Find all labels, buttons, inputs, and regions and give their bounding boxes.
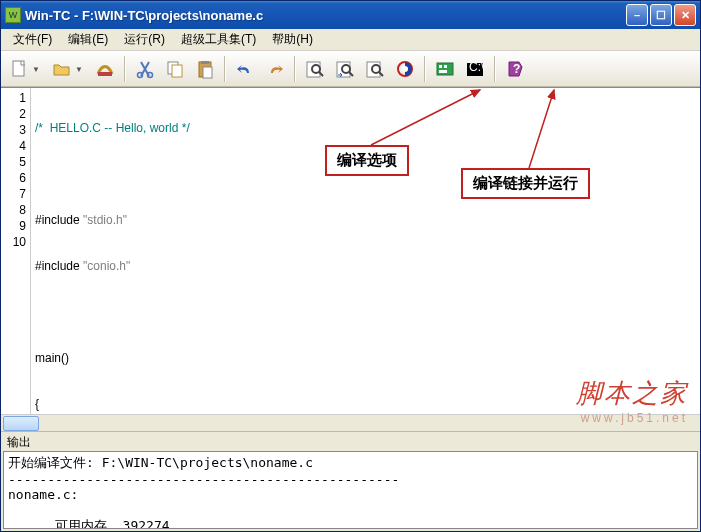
separator bbox=[124, 56, 126, 82]
svg-rect-19 bbox=[444, 65, 447, 68]
line-number: 4 bbox=[1, 138, 26, 154]
new-button[interactable] bbox=[5, 55, 33, 83]
dropdown-icon[interactable]: ▼ bbox=[32, 65, 42, 74]
editor-area: 1 2 3 4 5 6 7 8 9 10 /* HELLO.C -- Hello… bbox=[1, 87, 700, 414]
output-panel[interactable]: 开始编译文件: F:\WIN-TC\projects\noname.c ----… bbox=[3, 451, 698, 529]
dropdown-icon[interactable]: ▼ bbox=[75, 65, 85, 74]
code-text: "stdio.h" bbox=[83, 213, 127, 227]
separator bbox=[494, 56, 496, 82]
svg-rect-20 bbox=[439, 70, 447, 73]
replace-button[interactable] bbox=[361, 55, 389, 83]
code-text: { bbox=[35, 397, 39, 411]
menu-bar: 文件(F) 编辑(E) 运行(R) 超级工具集(T) 帮助(H) bbox=[1, 29, 700, 51]
redo-button[interactable] bbox=[261, 55, 289, 83]
svg-rect-13 bbox=[367, 62, 380, 77]
paste-button[interactable] bbox=[191, 55, 219, 83]
title-bar[interactable]: W Win-TC - F:\WIN-TC\projects\noname.c –… bbox=[1, 1, 700, 29]
separator bbox=[424, 56, 426, 82]
svg-rect-1 bbox=[98, 72, 112, 76]
app-window: W Win-TC - F:\WIN-TC\projects\noname.c –… bbox=[0, 0, 701, 532]
findnext-button[interactable] bbox=[331, 55, 359, 83]
code-text: main() bbox=[35, 351, 69, 365]
scrollbar-thumb[interactable] bbox=[3, 416, 39, 431]
callout-compile-options: 编译选项 bbox=[325, 145, 409, 176]
svg-rect-7 bbox=[201, 61, 209, 64]
horizontal-scrollbar[interactable] bbox=[1, 414, 700, 431]
svg-rect-9 bbox=[307, 62, 320, 77]
code-text: #include bbox=[35, 259, 83, 273]
code-text: "conio.h" bbox=[83, 259, 130, 273]
code-editor[interactable]: /* HELLO.C -- Hello, world */ #include "… bbox=[31, 88, 700, 414]
line-number: 5 bbox=[1, 154, 26, 170]
output-panel-label: 输出 bbox=[1, 431, 700, 451]
menu-tools[interactable]: 超级工具集(T) bbox=[173, 29, 264, 50]
separator bbox=[294, 56, 296, 82]
help-button[interactable]: ? bbox=[501, 55, 529, 83]
menu-run[interactable]: 运行(R) bbox=[116, 29, 173, 50]
callout-compile-run: 编译链接并运行 bbox=[461, 168, 590, 199]
separator bbox=[224, 56, 226, 82]
cut-button[interactable] bbox=[131, 55, 159, 83]
app-icon: W bbox=[5, 7, 21, 23]
line-number: 1 bbox=[1, 90, 26, 106]
svg-rect-0 bbox=[13, 61, 24, 76]
line-number: 3 bbox=[1, 122, 26, 138]
line-number: 6 bbox=[1, 170, 26, 186]
line-gutter: 1 2 3 4 5 6 7 8 9 10 bbox=[1, 88, 31, 414]
save-button[interactable] bbox=[91, 55, 119, 83]
close-button[interactable]: ✕ bbox=[674, 4, 696, 26]
code-text: #include bbox=[35, 213, 83, 227]
compile-run-button[interactable]: C:\ bbox=[461, 55, 489, 83]
svg-text:C:\: C:\ bbox=[469, 60, 485, 74]
svg-point-16 bbox=[402, 66, 408, 72]
line-number: 9 bbox=[1, 218, 26, 234]
copy-button[interactable] bbox=[161, 55, 189, 83]
svg-rect-5 bbox=[172, 65, 182, 77]
minimize-button[interactable]: – bbox=[626, 4, 648, 26]
svg-point-3 bbox=[148, 73, 153, 78]
svg-text:?: ? bbox=[513, 62, 520, 76]
svg-point-2 bbox=[138, 73, 143, 78]
menu-help[interactable]: 帮助(H) bbox=[264, 29, 321, 50]
svg-rect-17 bbox=[437, 63, 453, 75]
compile-options-button[interactable] bbox=[391, 55, 419, 83]
svg-rect-8 bbox=[203, 67, 212, 78]
line-number: 2 bbox=[1, 106, 26, 122]
svg-rect-18 bbox=[439, 65, 442, 68]
code-text: /* HELLO.C -- Hello, world */ bbox=[35, 121, 190, 135]
menu-file[interactable]: 文件(F) bbox=[5, 29, 60, 50]
undo-button[interactable] bbox=[231, 55, 259, 83]
asm-button[interactable] bbox=[431, 55, 459, 83]
line-number: 7 bbox=[1, 186, 26, 202]
line-number: 8 bbox=[1, 202, 26, 218]
toolbar: ▼ ▼ C:\ ? bbox=[1, 51, 700, 87]
open-button[interactable] bbox=[48, 55, 76, 83]
find-button[interactable] bbox=[301, 55, 329, 83]
line-number: 10 bbox=[1, 234, 26, 250]
maximize-button[interactable]: ☐ bbox=[650, 4, 672, 26]
window-title: Win-TC - F:\WIN-TC\projects\noname.c bbox=[25, 8, 626, 23]
menu-edit[interactable]: 编辑(E) bbox=[60, 29, 116, 50]
